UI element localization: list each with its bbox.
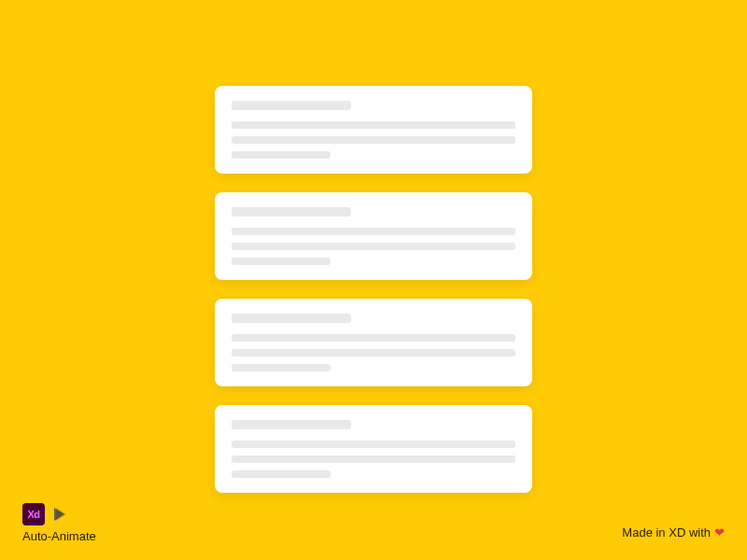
xd-logo-icon: Xd <box>22 503 45 525</box>
cards-list <box>215 86 532 493</box>
xd-logo-text: Xd <box>27 509 39 520</box>
skeleton-title <box>232 314 351 323</box>
skeleton-line <box>232 136 515 144</box>
skeleton-line <box>232 470 331 478</box>
made-in-label: Made in XD with <box>622 525 711 539</box>
skeleton-line <box>232 334 515 342</box>
skeleton-card[interactable] <box>215 192 532 280</box>
skeleton-card[interactable] <box>215 299 532 386</box>
skeleton-line <box>232 455 515 463</box>
auto-animate-label: Auto-Animate <box>22 529 96 543</box>
skeleton-line <box>232 121 515 129</box>
skeleton-line <box>232 243 515 250</box>
heart-icon: ❤ <box>714 526 725 539</box>
skeleton-line <box>232 151 331 159</box>
skeleton-line <box>232 441 515 448</box>
skeleton-title <box>232 420 351 429</box>
skeleton-title <box>232 101 351 110</box>
skeleton-card[interactable] <box>215 86 532 174</box>
skeleton-title <box>232 207 351 217</box>
footer-right: Made in XD with ❤ <box>622 525 725 539</box>
skeleton-line <box>232 228 515 235</box>
skeleton-line <box>232 258 331 265</box>
footer-icons: Xd <box>22 503 96 525</box>
skeleton-card[interactable] <box>215 405 532 493</box>
footer-left: Xd Auto-Animate <box>22 503 96 543</box>
skeleton-line <box>232 364 331 371</box>
play-icon <box>54 508 64 521</box>
skeleton-line <box>232 349 515 357</box>
